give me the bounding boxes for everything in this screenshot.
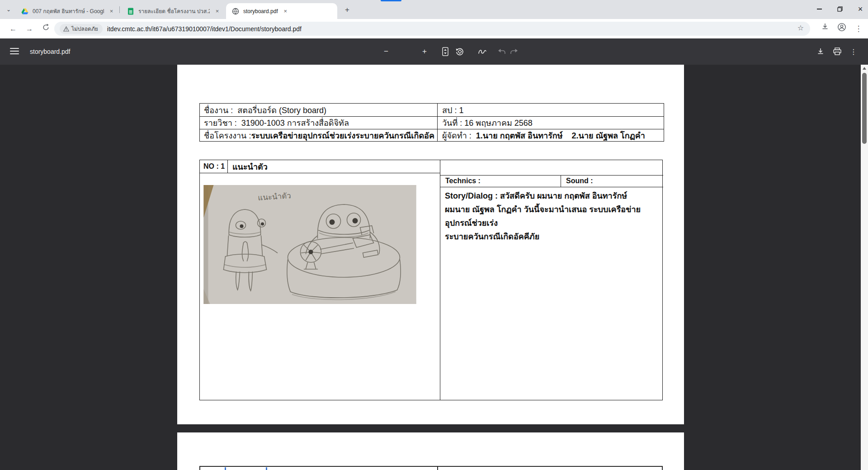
zoom-out-button[interactable]: − xyxy=(381,38,391,65)
url-text: itdev.cmtc.ac.th/it67a/u67319010007/itde… xyxy=(107,25,302,33)
google-sheets-icon xyxy=(127,8,134,15)
next-table-border-tick xyxy=(437,466,438,470)
download-tray-icon xyxy=(821,23,829,31)
window-close-button[interactable]: × xyxy=(850,0,868,18)
pdf-sidebar-menu-button[interactable] xyxy=(10,48,19,55)
download-icon xyxy=(816,47,825,56)
pdf-menu-button[interactable]: ⋮ xyxy=(848,38,859,65)
tab-google-drive[interactable]: 007 กฤตพัส อินทารักษ์ - Google ไ × xyxy=(15,3,118,19)
tab-separator xyxy=(119,6,120,13)
minimize-icon xyxy=(817,9,822,9)
table-border xyxy=(440,160,440,400)
avatar-icon xyxy=(837,23,846,32)
next-table-top-border xyxy=(199,466,663,467)
storyboard-sketch-photo: แนะนำตัว xyxy=(203,185,416,304)
info-authors: ผู้จัดทำ : 1.นาย กฤตพัส อินทารักษ์ 2.นาย… xyxy=(442,129,659,142)
bookmark-star-icon[interactable]: ☆ xyxy=(797,24,804,32)
redo-icon xyxy=(510,48,518,55)
back-button[interactable]: ← xyxy=(7,23,19,35)
info-date: วันที่ : 16 พฤษภาคม 2568 xyxy=(442,116,659,129)
info-course: รายวิชา : 31900-1003 การสร้างสื่อดิจิทัล xyxy=(204,116,434,129)
scrollbar-up-arrow[interactable] xyxy=(863,67,866,70)
info-project-name: ชื่อโครงงาน :ระบบเครือข่ายอุปกรณ์ช่วยเร่… xyxy=(204,129,434,142)
forward-button[interactable]: → xyxy=(24,23,35,35)
sketch-drawing: แนะนำตัว xyxy=(203,185,416,304)
fit-page-icon xyxy=(442,47,448,56)
tab-close-icon[interactable]: × xyxy=(282,7,289,15)
pdf-download-button[interactable] xyxy=(815,38,826,65)
sound-label: Sound : xyxy=(566,175,656,187)
rotate-icon xyxy=(455,47,464,56)
table-border xyxy=(561,175,561,187)
next-table-text-sliver xyxy=(266,467,267,470)
tab-title: รายละเอียด ชื่อโครงงาน ปวส.2 สายตร xyxy=(138,7,210,15)
redo-button[interactable] xyxy=(508,38,520,65)
table-border xyxy=(440,187,663,187)
tab-title: 007 กฤตพัส อินทารักษ์ - Google ไ xyxy=(33,7,104,15)
browser-menu-button[interactable]: ⋮ xyxy=(853,23,864,35)
tab-group-indicator xyxy=(381,0,401,1)
reload-button[interactable] xyxy=(40,23,52,35)
pdf-document-title: storyboard.pdf xyxy=(30,38,71,65)
browser-navbar: ← → ไม่ปลอดภัย itdev.cmtc.ac.th/it67a/u6… xyxy=(0,19,868,38)
scene-title: แนะนำตัว xyxy=(232,160,436,173)
new-tab-button[interactable]: + xyxy=(342,5,353,15)
scrollbar-thumb[interactable] xyxy=(862,73,867,144)
next-table-border-tick xyxy=(662,466,663,470)
pdf-toolbar: storyboard.pdf 1 / 7 − 100% + xyxy=(0,38,868,65)
profile-avatar-button[interactable] xyxy=(836,23,848,34)
print-icon xyxy=(833,47,842,56)
tab-title: storyboard.pdf xyxy=(243,8,278,14)
reload-icon xyxy=(42,24,50,31)
pdf-page-2 xyxy=(177,432,684,470)
undo-icon xyxy=(498,48,506,55)
tab-close-icon[interactable]: × xyxy=(108,7,115,15)
restore-icon xyxy=(837,6,843,12)
tab-google-sheets[interactable]: รายละเอียด ชื่อโครงงาน ปวส.2 สายตร × xyxy=(121,3,224,19)
pdf-page-1: ชื่องาน : สตอรี่บอร์ด (Story board) สป :… xyxy=(177,65,684,424)
close-icon: × xyxy=(858,5,863,14)
info-job-name: ชื่องาน : สตอรี่บอร์ด (Story board) xyxy=(204,104,434,116)
technics-label: Technics : xyxy=(445,175,554,187)
annotate-button[interactable] xyxy=(476,38,488,65)
not-secure-warning-icon xyxy=(63,26,69,32)
table-border xyxy=(437,104,438,141)
info-table: ชื่องาน : สตอรี่บอร์ด (Story board) สป :… xyxy=(199,103,664,142)
story-dialog-text: Story/Dialog : สวัสดีครับ ผมนาย กฤตพัส อ… xyxy=(445,189,660,243)
zoom-in-button[interactable]: + xyxy=(420,38,429,65)
tab-close-icon[interactable]: × xyxy=(213,7,221,15)
table-border xyxy=(200,173,440,173)
screen: { "tabs": { "list": [ {"title": "007 กฤต… xyxy=(0,0,868,470)
security-chip[interactable]: ไม่ปลอดภัย xyxy=(60,24,103,34)
window-minimize-button[interactable] xyxy=(809,0,830,18)
storyboard-table: NO : 1 แนะนำตัว Technics : Sound : Story… xyxy=(199,160,663,400)
pen-squiggle-icon xyxy=(478,48,487,55)
scene-number: NO : 1 xyxy=(203,160,226,173)
next-table-text-sliver xyxy=(225,467,226,470)
pdf-print-button[interactable] xyxy=(831,38,843,65)
next-table-border-tick xyxy=(199,466,200,470)
tab-storyboard-pdf[interactable]: storyboard.pdf × xyxy=(226,3,337,19)
rotate-button[interactable] xyxy=(454,38,466,65)
tab-search-chevron-icon[interactable]: ⌄ xyxy=(4,5,14,15)
downloads-toolbar-button[interactable] xyxy=(819,23,831,34)
globe-icon xyxy=(232,8,239,15)
security-chip-label: ไม่ปลอดภัย xyxy=(71,24,98,33)
window-restore-button[interactable] xyxy=(830,0,850,18)
google-drive-icon xyxy=(21,8,28,15)
undo-button[interactable] xyxy=(496,38,508,65)
tab-strip: ⌄ 007 กฤตพัส อินทารักษ์ - Google ไ × ราย… xyxy=(0,0,868,19)
address-bar[interactable]: ไม่ปลอดภัย itdev.cmtc.ac.th/it67a/u67319… xyxy=(54,22,810,36)
fit-to-page-button[interactable] xyxy=(439,38,451,65)
table-border xyxy=(227,160,228,173)
info-sp: สป : 1 xyxy=(442,104,659,116)
